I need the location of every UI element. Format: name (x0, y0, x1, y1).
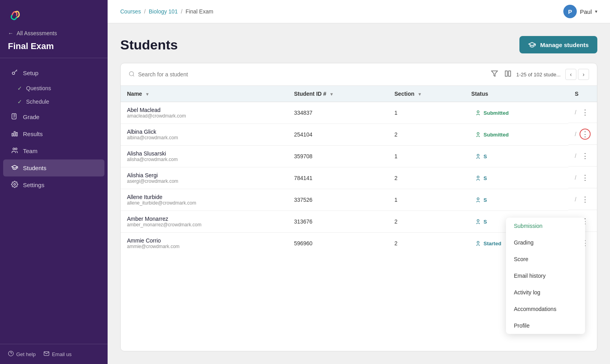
svg-rect-2 (12, 133, 13, 136)
search-box (129, 71, 486, 78)
svg-rect-4 (16, 133, 17, 136)
email-us-link[interactable]: Email us (44, 351, 72, 358)
cell-action: / ⋮ (568, 124, 597, 145)
sidebar-item-questions[interactable]: ✓ Questions (0, 82, 108, 95)
cell-section: 1 (388, 146, 465, 167)
cell-name: Ammie Corrio ammie@crowdmark.com (121, 233, 288, 254)
svg-point-13 (477, 110, 479, 112)
table-row: Alisha Slusarski alisha@crowdmark.com 35… (121, 146, 597, 167)
action-menu-button[interactable]: ⋮ (580, 194, 591, 205)
svg-rect-12 (508, 71, 510, 76)
student-email: amber_monarrez@crowdmark.com (127, 222, 281, 228)
logo-area (0, 0, 108, 27)
cell-status: S (465, 146, 568, 167)
sidebar-item-students[interactable]: Students (3, 159, 104, 176)
breadcrumb-sep2: / (181, 8, 182, 15)
cell-name: Alishia Sergi asergi@crowdmark.com (121, 167, 288, 189)
col-name[interactable]: Name ▼ (121, 86, 288, 102)
sidebar-item-results[interactable]: Results (3, 125, 104, 142)
prev-page-button[interactable]: ‹ (565, 69, 576, 80)
user-menu[interactable]: P Paul ▾ (563, 5, 597, 18)
dropdown-item-grading[interactable]: Grading (506, 234, 585, 251)
action-menu-button[interactable]: ⋮ (580, 150, 591, 161)
cell-status: S (465, 189, 568, 211)
svg-rect-3 (14, 132, 15, 136)
sort-icon-name: ▼ (145, 92, 150, 97)
cell-id: 337526 (288, 189, 388, 211)
student-email: asergi@crowdmark.com (127, 178, 281, 184)
svg-point-9 (129, 72, 134, 76)
table-row: Abel Maclead amaclead@crowdmark.com 3348… (121, 102, 597, 124)
col-student-id[interactable]: Student ID # ▼ (288, 86, 388, 102)
columns-icon[interactable] (504, 70, 511, 79)
breadcrumb-biology[interactable]: Biology 101 (149, 8, 178, 15)
dropdown-item-profile[interactable]: Profile (506, 317, 585, 334)
key-icon (11, 69, 18, 77)
cell-id: 359708 (288, 146, 388, 167)
sidebar-item-schedule[interactable]: ✓ Schedule (0, 95, 108, 108)
page-title: Students (120, 37, 178, 53)
sidebar-title: Final Exam (0, 40, 108, 58)
sidebar-item-setup[interactable]: Setup (3, 64, 104, 82)
sidebar-item-settings[interactable]: Settings (3, 176, 104, 193)
back-link[interactable]: ← All Assessments (0, 27, 108, 40)
students-table-card: 1-25 of 102 stude... ‹ › Name ▼ (120, 63, 597, 351)
svg-point-15 (477, 154, 479, 156)
manage-students-button[interactable]: Manage students (519, 36, 597, 53)
svg-point-14 (477, 132, 479, 134)
student-name: Alishia Sergi (127, 172, 281, 178)
table-row: Allene Iturbide allene_iturbide@crowdmar… (121, 189, 597, 211)
next-page-button[interactable]: › (578, 69, 589, 80)
dropdown-item-accommodations[interactable]: Accommodations (506, 301, 585, 317)
col-section[interactable]: Section ▼ (388, 86, 465, 102)
toolbar-icons (491, 70, 511, 79)
search-icon (129, 71, 135, 78)
topbar: Courses / Biology 101 / Final Exam P Pau… (108, 0, 610, 23)
graduation-cap-icon (528, 41, 536, 49)
user-avatar: P (563, 5, 577, 18)
person-icon (475, 241, 481, 246)
person-icon (475, 154, 481, 159)
graduation-icon (11, 164, 18, 172)
status-badge: Started (471, 239, 505, 248)
person-icon (475, 132, 481, 138)
search-input[interactable] (138, 71, 486, 78)
sort-icon-id: ▼ (330, 92, 334, 97)
svg-point-7 (14, 184, 16, 186)
pencil-icon (11, 113, 18, 121)
bar-chart-icon (11, 130, 18, 138)
sidebar-divider (0, 58, 108, 58)
dropdown-item-submission[interactable]: Submission (506, 218, 585, 234)
dropdown-item-activity-log[interactable]: Activity log (506, 284, 585, 301)
email-icon (44, 351, 49, 358)
people-icon (11, 147, 18, 155)
student-name: Allene Iturbide (127, 194, 281, 200)
breadcrumb-courses[interactable]: Courses (120, 8, 141, 15)
dropdown-item-score[interactable]: Score (506, 251, 585, 267)
breadcrumb-current: Final Exam (186, 8, 213, 15)
slash-icon: / (575, 109, 576, 116)
get-help-link[interactable]: Get help (8, 351, 36, 358)
action-menu-button[interactable]: ⋮ (580, 172, 591, 183)
action-menu-button[interactable]: ⋮ (580, 129, 591, 140)
cell-name: Allene Iturbide allene_iturbide@crowdmar… (121, 189, 288, 211)
cell-name: Abel Maclead amaclead@crowdmark.com (121, 102, 288, 124)
content-area: Students Manage students (108, 23, 610, 364)
status-badge: S (471, 195, 491, 205)
action-menu-button[interactable]: ⋮ (580, 107, 591, 118)
cell-section: 2 (388, 124, 465, 146)
student-email: allene_iturbide@crowdmark.com (127, 200, 281, 206)
dropdown-item-email-history[interactable]: Email history (506, 267, 585, 284)
filter-icon[interactable] (491, 70, 498, 79)
sidebar-footer: Get help Email us (0, 344, 108, 364)
cell-id: 254104 (288, 124, 388, 146)
sort-icon-section: ▼ (418, 92, 422, 97)
pagination-info: 1-25 of 102 stude... (516, 72, 561, 78)
table-toolbar: 1-25 of 102 stude... ‹ › (121, 63, 597, 86)
action-dropdown-menu: Submission Grading Score Email history A… (506, 218, 585, 334)
sidebar-item-grade[interactable]: Grade (3, 108, 104, 125)
cell-id: 313676 (288, 211, 388, 233)
sidebar-item-team[interactable]: Team (3, 142, 104, 159)
main-area: Courses / Biology 101 / Final Exam P Pau… (108, 0, 610, 364)
help-icon (8, 351, 14, 358)
